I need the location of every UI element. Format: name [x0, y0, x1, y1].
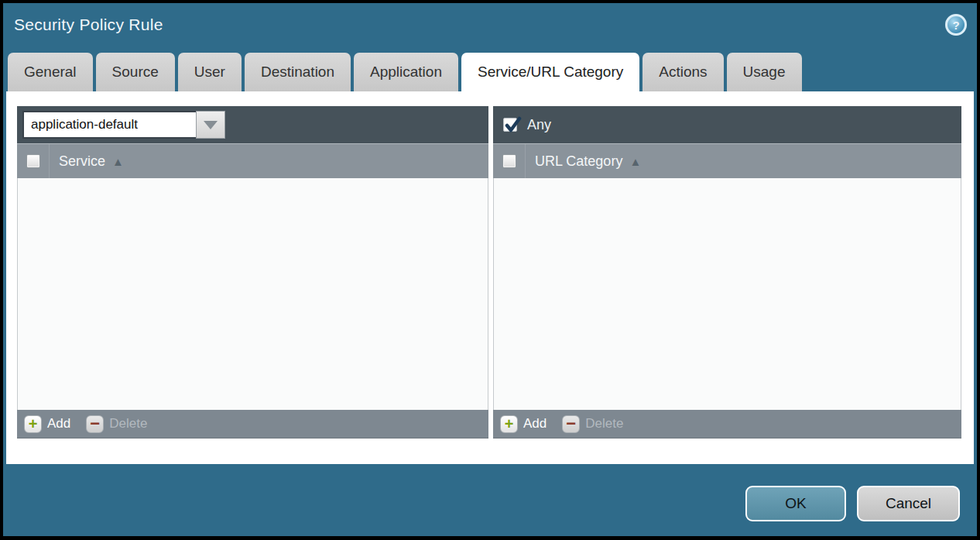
tab-application[interactable]: Application — [354, 53, 458, 91]
tab-service-url-category[interactable]: Service/URL Category — [461, 53, 639, 91]
tab-general[interactable]: General — [8, 53, 93, 91]
tab-content-area: application-default Service ▲ + Add — [6, 91, 974, 464]
service-delete-label: Delete — [109, 416, 147, 432]
cancel-button[interactable]: Cancel — [857, 486, 960, 521]
delete-icon: − — [86, 415, 104, 433]
service-panel: application-default Service ▲ + Add — [17, 106, 488, 439]
ok-button[interactable]: OK — [745, 486, 846, 521]
url-category-add-label: Add — [523, 416, 547, 432]
tab-source[interactable]: Source — [96, 53, 175, 91]
service-select-all-checkbox[interactable] — [26, 154, 40, 168]
service-type-dropdown-value[interactable]: application-default — [22, 111, 196, 139]
url-category-column-label[interactable]: URL Category — [535, 153, 622, 170]
checkmark-icon — [504, 116, 523, 135]
url-category-add-button[interactable]: + Add — [500, 415, 547, 433]
url-category-toolbar: + Add − Delete — [493, 410, 961, 439]
tab-actions[interactable]: Actions — [642, 53, 723, 91]
service-column-header: Service ▲ — [17, 143, 488, 178]
url-category-any-row: Any — [499, 117, 551, 133]
add-icon: + — [500, 415, 518, 433]
sort-ascending-icon[interactable]: ▲ — [112, 155, 124, 168]
dropdown-arrow-icon — [204, 121, 218, 129]
url-category-panel: Any URL Category ▲ + Add − Delete — [493, 106, 961, 439]
delete-icon: − — [562, 415, 580, 433]
help-icon[interactable]: ? — [945, 14, 967, 36]
service-list[interactable] — [17, 178, 488, 410]
url-category-delete-label: Delete — [585, 416, 623, 432]
add-icon: + — [24, 415, 42, 433]
service-toolbar: + Add − Delete — [17, 410, 488, 439]
sort-ascending-icon[interactable]: ▲ — [629, 155, 641, 168]
service-type-dropdown[interactable]: application-default — [22, 111, 225, 139]
any-checkbox[interactable] — [503, 118, 517, 132]
tab-user[interactable]: User — [178, 53, 242, 91]
tab-destination[interactable]: Destination — [245, 53, 351, 91]
url-category-delete-button[interactable]: − Delete — [562, 415, 623, 433]
dialog-title: Security Policy Rule — [14, 15, 163, 34]
url-category-select-all-checkbox[interactable] — [502, 154, 516, 168]
tab-bar: General Source User Destination Applicat… — [8, 53, 802, 91]
url-category-panel-header: Any — [493, 106, 961, 143]
service-add-button[interactable]: + Add — [24, 415, 70, 433]
service-select-all-cell — [17, 144, 50, 178]
service-add-label: Add — [47, 416, 70, 432]
url-category-select-all-cell — [493, 144, 526, 178]
service-column-label[interactable]: Service — [59, 153, 105, 170]
security-policy-rule-dialog: Security Policy Rule ? General Source Us… — [3, 3, 977, 536]
service-type-dropdown-button[interactable] — [196, 111, 225, 139]
service-panel-header: application-default — [17, 106, 488, 143]
url-category-column-header: URL Category ▲ — [493, 143, 961, 178]
any-label: Any — [527, 117, 551, 133]
url-category-list[interactable] — [493, 178, 961, 410]
service-delete-button[interactable]: − Delete — [86, 415, 147, 433]
tab-usage[interactable]: Usage — [727, 53, 802, 91]
